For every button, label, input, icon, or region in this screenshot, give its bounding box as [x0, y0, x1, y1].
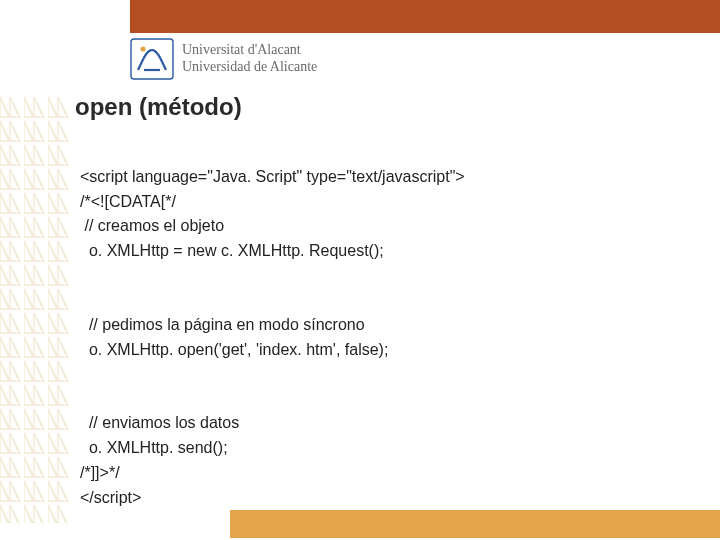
- code-line: /*]]>*/: [80, 464, 120, 481]
- university-name: Universitat d'Alacant Universidad de Ali…: [182, 42, 317, 75]
- code-block: <script language="Java. Script" type="te…: [80, 140, 465, 510]
- code-line: o. XMLHttp. open('get', 'index. htm', fa…: [80, 341, 388, 358]
- code-line: // creamos el objeto: [80, 217, 224, 234]
- code-line: // enviamos los datos: [80, 414, 239, 431]
- code-line: o. XMLHttp. send();: [80, 439, 228, 456]
- code-line: o. XMLHttp = new c. XMLHttp. Request();: [80, 242, 384, 259]
- background-pattern: [0, 95, 72, 523]
- code-line: /*<![CDATA[*/: [80, 193, 176, 210]
- footer-accent-bar: [230, 510, 720, 538]
- code-line: </script>: [80, 489, 141, 506]
- slide-title: open (método): [75, 93, 242, 121]
- code-line: // pedimos la página en modo síncrono: [80, 316, 365, 333]
- header-accent-bar: [130, 0, 720, 33]
- university-name-es: Universidad de Alicante: [182, 59, 317, 76]
- university-logo-icon: [130, 38, 174, 80]
- svg-rect-0: [0, 95, 72, 523]
- svg-point-2: [140, 46, 145, 51]
- svg-rect-1: [131, 39, 173, 79]
- university-name-ca: Universitat d'Alacant: [182, 42, 317, 59]
- university-logo-block: Universitat d'Alacant Universidad de Ali…: [130, 38, 317, 80]
- code-line: <script language="Java. Script" type="te…: [80, 168, 465, 185]
